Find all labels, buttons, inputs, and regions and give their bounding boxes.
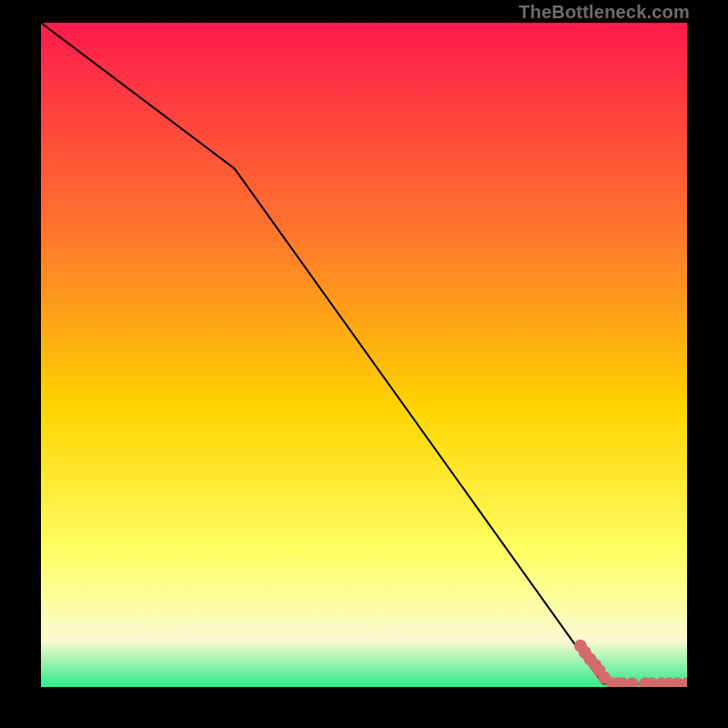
chart-stage: TheBottleneck.com (0, 0, 728, 728)
data-marker (626, 677, 639, 687)
curve-layer (41, 23, 687, 687)
marker-group (574, 640, 687, 687)
attribution-text: TheBottleneck.com (519, 2, 690, 23)
main-curve (41, 23, 687, 683)
plot-area (41, 23, 687, 687)
data-marker (681, 677, 687, 687)
